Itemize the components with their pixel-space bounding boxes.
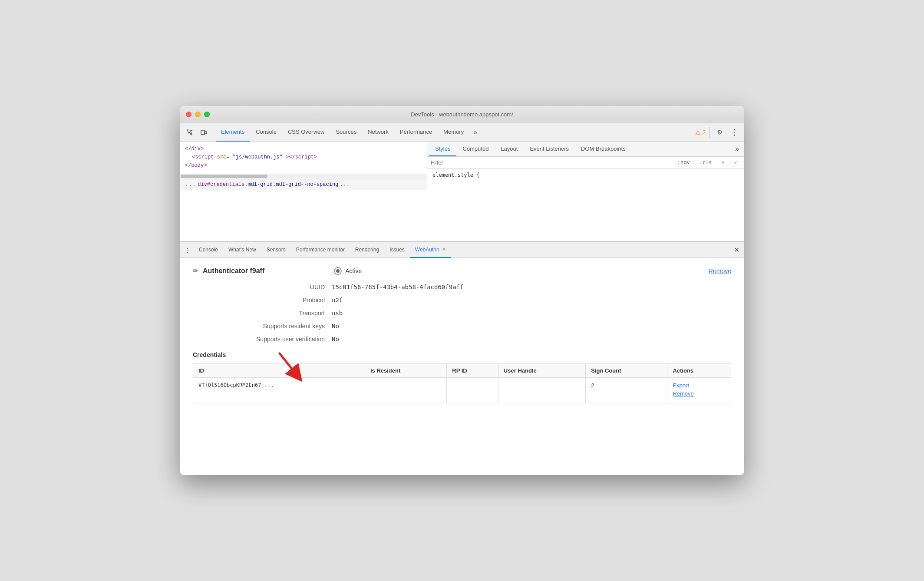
maximize-button[interactable] [204,112,210,117]
drawer: ⋮ Console What's New Sensors Performance… [180,241,744,475]
warning-icon: ⚠ [695,129,701,136]
remove-credential-link[interactable]: Remove [673,390,726,397]
warning-count: 2 [703,129,706,135]
active-badge: Active [334,267,362,275]
drawer-tab-rendering[interactable]: Rendering [350,242,384,258]
drawer-menu-icon[interactable]: ⋮ [182,244,194,256]
drawer-close-button[interactable]: ✕ [730,244,742,256]
close-button[interactable] [186,112,191,117]
warning-badge[interactable]: ⚠ 2 [695,129,706,136]
tab-network[interactable]: Network [363,123,394,142]
user-verification-label: Supports user verification [219,336,332,343]
detail-row-resident-keys: Supports resident keys No [219,323,731,330]
drawer-tab-performance-monitor[interactable]: Performance monitor [291,242,350,258]
styles-filter-input[interactable] [431,159,671,166]
toolbar-overflow-button[interactable]: » [470,123,481,142]
drawer-tab-whats-new[interactable]: What's New [223,242,261,258]
toolbar-divider-2 [709,127,710,138]
drawer-tabs: ⋮ Console What's New Sensors Performance… [180,242,744,258]
drawer-tab-webauthn[interactable]: WebAuthn ✕ [410,242,451,258]
tab-css-overview[interactable]: CSS Overview [283,123,330,142]
html-editor-panel: </div> <script src= "js/webauthn.js" ></… [180,142,427,241]
tab-event-listeners[interactable]: Event Listeners [524,142,575,156]
cell-sign-count: 2 [586,378,667,403]
detail-rows: UUID 15c01f56-785f-43b4-ab58-4facd60f9af… [219,284,731,343]
authenticator-remove-link[interactable]: Remove [709,267,731,274]
settings-button[interactable]: ⚙ [713,126,726,139]
more-options-button[interactable]: ⋮ [728,126,741,139]
cell-actions: Export Remove [667,378,731,403]
active-radio[interactable] [334,267,342,275]
resident-keys-label: Supports resident keys [219,323,332,330]
active-label: Active [345,267,362,274]
detail-row-uuid: UUID 15c01f56-785f-43b4-ab58-4facd60f9af… [219,284,731,290]
device-toolbar-button[interactable] [197,126,210,139]
html-code: </div> <script src= "js/webauthn.js" ></… [180,142,427,174]
col-user-handle: User Handle [498,364,585,378]
styles-tab-overflow[interactable]: » [732,142,742,156]
inspect-element-button[interactable] [183,126,196,139]
hover-button[interactable]: :hov [674,158,693,166]
tab-layout[interactable]: Layout [495,142,524,156]
breadcrumb-more[interactable]: ... [340,182,350,188]
horizontal-scrollbar[interactable] [180,174,427,179]
styles-content: element.style { [427,168,744,182]
webauthn-content: ✏ Authenticator f9aff Active Remove UUID… [180,258,744,475]
drawer-tab-console[interactable]: Console [194,242,223,258]
toggle-sidebar-button[interactable]: ◁ [731,158,741,166]
close-tab-icon[interactable]: ✕ [442,247,446,252]
tab-elements[interactable]: Elements [216,123,250,142]
html-line-2: <script src= "js/webauthn.js" ></script> [185,153,422,162]
title-bar: DevTools - webauthndemo.appspot.com/ [180,106,744,123]
toolbar-right: ⚠ 2 ⚙ ⋮ [695,126,741,139]
devtools-toolbar: Elements Console CSS Overview Sources Ne… [180,123,744,142]
cls-button[interactable]: .cls [696,158,716,166]
detail-row-protocol: Protocol u2f [219,297,731,304]
uuid-label: UUID [219,284,332,290]
breadcrumb-overflow[interactable]: ... [185,181,196,188]
drawer-tab-issues[interactable]: Issues [384,242,410,258]
html-line-1: </div> [185,145,422,153]
minimize-button[interactable] [195,112,201,117]
radio-inner [336,269,340,273]
scrollbar-thumb-h[interactable] [181,175,267,178]
cell-is-resident [365,378,446,403]
devtools-window: DevTools - webauthndemo.appspot.com/ Ele… [180,106,744,475]
breadcrumb-tag[interactable]: div#credentials.mdl-grid.mdl-grid--no-sp… [198,182,338,188]
tab-console[interactable]: Console [251,123,282,142]
col-is-resident: Is Resident [365,364,446,378]
breadcrumb-bar: ... div#credentials.mdl-grid.mdl-grid--n… [180,179,427,190]
tab-performance[interactable]: Performance [395,123,437,142]
edit-icon[interactable]: ✏ [193,267,198,275]
resident-keys-value: No [332,323,339,330]
tab-memory[interactable]: Memory [438,123,469,142]
protocol-value: u2f [332,297,343,304]
cell-rp-id [447,378,498,403]
toolbar-divider [213,127,213,138]
detail-row-user-verification: Supports user verification No [219,336,731,343]
tab-styles[interactable]: Styles [429,142,456,156]
authenticator-name: Authenticator f9aff [203,267,264,275]
tab-dom-breakpoints[interactable]: DOM Breakpoints [575,142,632,156]
traffic-lights [186,112,210,117]
element-style-text: element.style { [432,172,479,178]
transport-label: Transport [219,310,332,317]
col-sign-count: Sign Count [586,364,667,378]
detail-row-transport: Transport usb [219,310,731,317]
svg-rect-0 [201,130,205,135]
drawer-tab-sensors[interactable]: Sensors [261,242,291,258]
export-link[interactable]: Export [673,382,726,389]
tab-sources[interactable]: Sources [330,123,362,142]
protocol-label: Protocol [219,297,332,304]
styles-tabs: Styles Computed Layout Event Listeners D… [427,142,744,157]
col-actions: Actions [667,364,731,378]
credentials-section-wrapper: Credentials ID [193,351,731,403]
add-style-button[interactable]: + [718,158,728,166]
tab-computed[interactable]: Computed [456,142,495,156]
col-rp-id: RP ID [447,364,498,378]
uuid-value: 15c01f56-785f-43b4-ab58-4facd60f9aff [332,284,463,290]
user-verification-value: No [332,336,339,343]
svg-rect-1 [205,132,207,134]
html-line-3: </body> [185,162,422,170]
styles-panel: Styles Computed Layout Event Listeners D… [427,142,744,241]
